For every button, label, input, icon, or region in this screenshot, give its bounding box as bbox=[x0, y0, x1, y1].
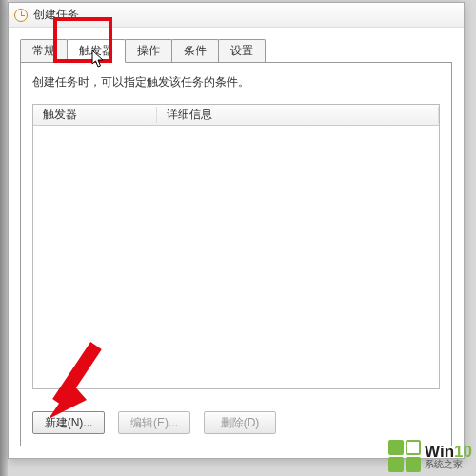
watermark-brand-win: Win bbox=[425, 443, 454, 461]
tab-actions[interactable]: 操作 bbox=[125, 39, 172, 62]
table-header-row: 触发器 详细信息 bbox=[33, 105, 439, 126]
edit-button[interactable]: 编辑(E)... bbox=[118, 411, 190, 434]
watermark-text: Win10 系统之家 bbox=[425, 444, 472, 469]
triggers-table[interactable]: 触发器 详细信息 bbox=[32, 104, 440, 389]
window-edge-shadow bbox=[0, 0, 8, 476]
dialog-window: 创建任务 常规 触发器 操作 条件 设置 创建任务时，可以指定触发该任务的条件。… bbox=[8, 2, 465, 459]
content-area: 常规 触发器 操作 条件 设置 创建任务时，可以指定触发该任务的条件。 触发器 … bbox=[9, 28, 464, 458]
tab-conditions[interactable]: 条件 bbox=[171, 39, 219, 62]
tab-settings[interactable]: 设置 bbox=[218, 39, 266, 62]
window-title: 创建任务 bbox=[33, 7, 79, 23]
tab-triggers[interactable]: 触发器 bbox=[67, 39, 126, 63]
new-button[interactable]: 新建(N)... bbox=[32, 411, 105, 434]
tab-general[interactable]: 常规 bbox=[20, 39, 68, 62]
watermark-brand-10: 10 bbox=[454, 443, 472, 461]
column-header-trigger[interactable]: 触发器 bbox=[33, 107, 157, 123]
tab-strip: 常规 触发器 操作 条件 设置 bbox=[20, 39, 452, 62]
watermark: Win10 系统之家 bbox=[388, 440, 472, 472]
tab-panel-triggers: 创建任务时，可以指定触发该任务的条件。 触发器 详细信息 新建(N)... 编辑… bbox=[20, 62, 452, 446]
watermark-logo-icon bbox=[388, 440, 421, 472]
button-row: 新建(N)... 编辑(E)... 删除(D) bbox=[32, 411, 276, 434]
watermark-subtitle: 系统之家 bbox=[425, 460, 472, 469]
clock-icon bbox=[14, 9, 28, 22]
column-header-details[interactable]: 详细信息 bbox=[157, 107, 439, 123]
title-bar[interactable]: 创建任务 bbox=[9, 3, 464, 28]
panel-description: 创建任务时，可以指定触发该任务的条件。 bbox=[32, 74, 440, 90]
delete-button[interactable]: 删除(D) bbox=[204, 411, 276, 434]
